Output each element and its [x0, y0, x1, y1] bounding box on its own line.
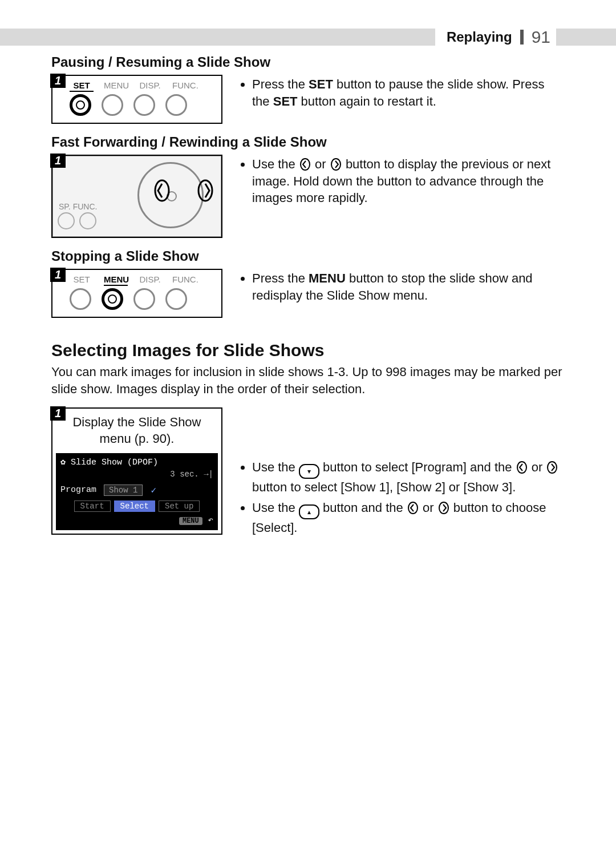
diagram-menu-button: 1 SET MENU DISP. FUNC. — [51, 269, 222, 318]
set-button-icon — [70, 288, 91, 310]
cam-label-disp: DISP. — [138, 80, 162, 92]
step-badge: 1 — [50, 406, 66, 421]
right-arrow-icon — [330, 158, 342, 171]
right-arrow-icon — [437, 502, 450, 514]
left-arrow-icon — [516, 461, 528, 474]
diagram-set-button: 1 SET MENU DISP. FUNC. — [51, 75, 222, 124]
left-arrow-icon — [299, 158, 311, 171]
lcd-program-value: Show 1 — [104, 485, 143, 496]
lcd-step-box: 1 Display the Slide Show menu (p. 90). ✿… — [51, 407, 222, 534]
diagram-direction-pad: 1 SP. FUNC. — [51, 155, 222, 238]
lcd-btn-select: Select — [114, 500, 155, 512]
func-button-icon — [165, 94, 187, 116]
set-button-icon — [70, 94, 91, 116]
menu-button-icon — [102, 288, 123, 310]
cam-label-menu: MENU — [104, 80, 128, 92]
cam-label-func: FUNC. — [172, 274, 196, 286]
disp-button-icon — [133, 288, 155, 310]
heading-pausing: Pausing / Resuming a Slide Show — [51, 54, 565, 70]
svg-point-3 — [331, 159, 341, 170]
cam-label-set: SET — [70, 80, 94, 92]
pausing-text: Press the SET button to pause the slide … — [240, 75, 565, 113]
svg-point-5 — [548, 462, 557, 473]
disp-button-icon — [133, 94, 155, 116]
right-arrow-icon — [546, 461, 558, 474]
cam-label-set: SET — [70, 274, 94, 286]
func-button-icon — [165, 288, 187, 310]
lcd-screen: ✿ Slide Show (DPOF) 3 sec. →| Program Sh… — [56, 453, 218, 530]
set-bold: SET — [309, 77, 333, 91]
heading-stopping: Stopping a Slide Show — [51, 248, 565, 264]
cam-label-menu: MENU — [104, 274, 128, 286]
lcd-program-label: Program — [60, 485, 100, 495]
right-arrow-icon — [197, 179, 214, 202]
small-btns — [58, 212, 96, 229]
check-icon: ✓ — [151, 485, 156, 496]
left-arrow-icon — [153, 179, 171, 202]
svg-point-4 — [517, 462, 526, 473]
svg-point-2 — [301, 159, 310, 170]
lcd-menu-badge: MENU — [179, 517, 202, 525]
lcd-title: Slide Show (DPOF) — [71, 458, 158, 467]
menu-bold: MENU — [309, 271, 346, 285]
up-icon: ▴ — [299, 504, 319, 519]
set-bold-2: SET — [273, 94, 298, 108]
cam-label-func: FUNC. — [172, 80, 196, 92]
step-badge: 1 — [50, 74, 66, 88]
heading-selecting: Selecting Images for Slide Shows — [51, 341, 565, 360]
svg-point-6 — [408, 502, 418, 514]
header: Replaying 91 — [435, 27, 556, 47]
dial-outline — [137, 162, 204, 228]
lcd-btn-setup: Set up — [159, 500, 200, 512]
section-name: Replaying — [447, 29, 512, 45]
cam-label-disp: DISP. — [138, 274, 162, 286]
heading-fastforward: Fast Forwarding / Rewinding a Slide Show — [51, 134, 565, 150]
lcd-btn-start: Start — [74, 500, 111, 512]
step-badge: 1 — [50, 268, 66, 282]
page-number: 91 — [532, 27, 550, 47]
svg-point-7 — [439, 502, 448, 514]
sp-func-label: SP. FUNC. — [59, 202, 97, 211]
stopping-text: Press the MENU button to stop the slide … — [240, 269, 565, 307]
selecting-bullets: Use the ▾ button to select [Program] and… — [240, 407, 565, 540]
selecting-intro: You can mark images for inclusion in sli… — [51, 364, 565, 397]
fastforward-text: Use the or button to display the previou… — [240, 155, 565, 210]
header-separator — [520, 30, 524, 45]
step-badge: 1 — [50, 154, 66, 168]
lcd-duration: 3 sec. — [170, 470, 198, 479]
lcd-caption: Display the Slide Show menu (p. 90). — [52, 409, 221, 449]
down-icon: ▾ — [299, 464, 319, 479]
menu-button-icon — [102, 94, 123, 116]
left-arrow-icon — [407, 502, 419, 514]
